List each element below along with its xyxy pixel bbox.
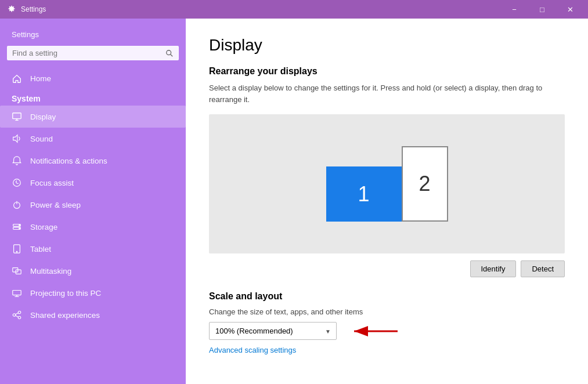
sidebar-item-multitasking[interactable]: Multitasking — [0, 260, 186, 282]
sidebar-item-display[interactable]: Display — [0, 106, 186, 128]
display-actions: Identify Detect — [209, 260, 565, 277]
search-input[interactable] — [12, 49, 165, 57]
svg-point-22 — [18, 311, 21, 314]
svg-point-13 — [19, 228, 20, 229]
shared-icon — [12, 310, 22, 320]
arrow-indicator — [348, 323, 401, 340]
main-layout: Settings Home System Display — [0, 19, 588, 384]
sidebar-item-power[interactable]: Power & sleep — [0, 194, 186, 216]
title-bar: Settings − □ ✕ — [0, 0, 588, 19]
monitor-2-label: 2 — [419, 172, 430, 196]
scale-dropdown[interactable]: 100% (Recommended)125%150%175% — [209, 322, 337, 340]
multitasking-icon — [12, 266, 22, 276]
svg-rect-3 — [13, 113, 21, 119]
svg-line-2 — [171, 54, 173, 56]
svg-point-15 — [16, 251, 17, 252]
svg-point-1 — [167, 50, 171, 55]
monitor-1[interactable]: 1 — [326, 166, 402, 222]
sidebar-app-title: Settings — [0, 19, 186, 46]
tablet-icon — [12, 244, 22, 254]
red-arrow-icon — [348, 323, 401, 340]
sidebar-item-storage-label: Storage — [30, 223, 57, 231]
svg-point-12 — [19, 225, 20, 226]
title-bar-title: Settings — [21, 5, 46, 13]
search-box[interactable] — [7, 46, 179, 60]
display-icon — [12, 111, 22, 122]
maximize-button[interactable]: □ — [529, 0, 555, 19]
identify-button[interactable]: Identify — [470, 260, 517, 277]
rearrange-desc: Select a display below to change the set… — [209, 82, 565, 105]
svg-point-21 — [13, 314, 16, 317]
minimize-button[interactable]: − — [501, 0, 528, 19]
scale-desc: Change the size of text, apps, and other… — [209, 307, 565, 316]
sidebar-system-label: System — [0, 89, 186, 106]
sidebar-item-home[interactable]: Home — [0, 67, 186, 89]
page-title: Display — [209, 36, 565, 55]
sidebar-item-tablet-label: Tablet — [30, 245, 51, 253]
title-bar-controls: − □ ✕ — [501, 0, 583, 19]
sidebar-item-storage[interactable]: Storage — [0, 216, 186, 238]
svg-marker-6 — [13, 135, 17, 143]
rearrange-title: Rearrange your displays — [209, 66, 565, 77]
svg-point-23 — [18, 316, 21, 319]
sidebar-item-projecting[interactable]: Projecting to this PC — [0, 282, 186, 304]
svg-line-25 — [16, 316, 19, 317]
notifications-icon — [12, 155, 22, 166]
sound-icon — [12, 133, 22, 144]
close-button[interactable]: ✕ — [557, 0, 583, 19]
monitor-group: 1 2 — [326, 146, 448, 222]
sidebar-item-projecting-label: Projecting to this PC — [30, 289, 101, 298]
sidebar-item-focus[interactable]: Focus assist — [0, 172, 186, 194]
svg-rect-18 — [13, 291, 21, 295]
sidebar-item-power-label: Power & sleep — [30, 201, 81, 209]
monitor-1-label: 1 — [358, 182, 369, 207]
advanced-scaling-link[interactable]: Advanced scaling settings — [209, 346, 296, 354]
sidebar-item-sound[interactable]: Sound — [0, 128, 186, 150]
settings-icon — [7, 5, 16, 14]
detect-button[interactable]: Detect — [521, 260, 565, 277]
focus-icon — [12, 177, 22, 188]
home-icon — [12, 73, 22, 84]
sidebar-item-focus-label: Focus assist — [30, 179, 74, 187]
sidebar-item-home-label: Home — [30, 74, 51, 83]
sidebar-item-display-label: Display — [30, 113, 56, 121]
sidebar-item-shared[interactable]: Shared experiences — [0, 304, 186, 326]
power-icon — [12, 200, 22, 210]
sidebar-item-notifications[interactable]: Notifications & actions — [0, 150, 186, 172]
svg-point-7 — [13, 179, 21, 187]
content-area: Display Rearrange your displays Select a… — [186, 19, 588, 384]
sidebar-item-notifications-label: Notifications & actions — [30, 157, 107, 165]
scale-dropdown-wrapper: 100% (Recommended)125%150%175% ▼ — [209, 322, 337, 340]
svg-line-24 — [16, 313, 19, 314]
storage-icon — [12, 222, 22, 232]
monitor-2[interactable]: 2 — [402, 146, 448, 222]
scale-row: 100% (Recommended)125%150%175% ▼ — [209, 322, 565, 340]
sidebar-item-tablet[interactable]: Tablet — [0, 238, 186, 260]
search-icon — [165, 49, 174, 57]
scale-title: Scale and layout — [209, 291, 565, 302]
sidebar-item-shared-label: Shared experiences — [30, 311, 100, 320]
projecting-icon — [12, 288, 22, 298]
sidebar-item-sound-label: Sound — [30, 135, 53, 143]
sidebar-item-multitasking-label: Multitasking — [30, 267, 71, 276]
title-bar-left: Settings — [7, 5, 46, 14]
sidebar: Settings Home System Display — [0, 19, 186, 384]
display-preview[interactable]: 1 2 — [209, 114, 565, 253]
